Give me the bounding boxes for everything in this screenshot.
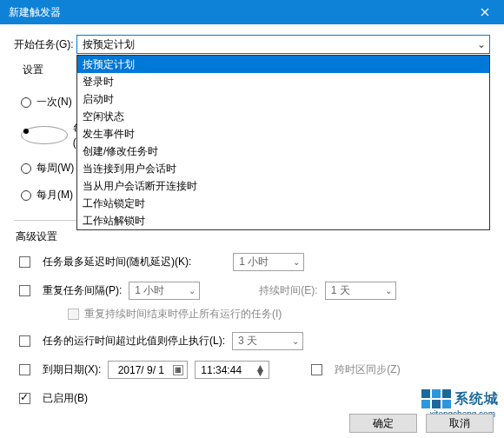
- expire-date-field[interactable]: 2017/ 9/ 1 ▦: [108, 361, 188, 379]
- chevron-down-icon: ⌄: [189, 286, 196, 295]
- expire-time-value: 11:34:44: [201, 364, 242, 376]
- duration-label: 持续时间(E):: [259, 283, 317, 298]
- repeat-value: 1 小时: [135, 283, 164, 298]
- dropdown-item[interactable]: 按预定计划: [77, 56, 489, 73]
- duration-value: 1 天: [331, 283, 350, 298]
- close-icon: [481, 8, 489, 17]
- expire-label: 到期日期(X):: [43, 362, 101, 377]
- repeat-stop-checkbox: [68, 309, 79, 320]
- dropdown-item[interactable]: 工作站解锁时: [77, 212, 489, 229]
- stop-checkbox[interactable]: [19, 335, 30, 347]
- delay-checkbox[interactable]: [19, 256, 30, 268]
- delay-value: 1 小时: [239, 255, 269, 269]
- duration-select[interactable]: 1 天 ⌄: [325, 282, 396, 300]
- titlebar: 新建触发器: [0, 0, 504, 24]
- begin-task-combo[interactable]: 按预定计划 ⌄ 按预定计划 登录时 启动时 空闲状态 发生事件时 创建/修改任务…: [76, 35, 490, 54]
- dropdown-item[interactable]: 当从用户会话断开连接时: [77, 177, 489, 195]
- enabled-label: 已启用(B): [43, 391, 88, 406]
- radio-icon: [21, 163, 31, 174]
- radio-label: 每周(W): [36, 161, 74, 176]
- spinner-icon[interactable]: ▲▼: [255, 365, 267, 375]
- enabled-checkbox[interactable]: [19, 393, 30, 404]
- repeat-stop-label: 重复持续时间结束时停止所有运行的任务(I): [84, 307, 282, 322]
- chevron-down-icon: ⌄: [292, 336, 299, 346]
- chevron-down-icon: ⌄: [293, 257, 300, 267]
- begin-task-dropdown: 按预定计划 登录时 启动时 空闲状态 发生事件时 创建/修改任务时 当连接到用户…: [76, 55, 490, 230]
- dropdown-item[interactable]: 创建/修改任务时: [77, 143, 489, 160]
- dropdown-item[interactable]: 发生事件时: [77, 125, 489, 143]
- radio-label: 一次(N): [36, 95, 72, 110]
- repeat-checkbox[interactable]: [19, 285, 30, 296]
- begin-task-label: 开始任务(G):: [14, 37, 76, 52]
- advanced-title: 高级设置: [16, 229, 490, 244]
- delay-label: 任务最多延迟时间(随机延迟)(K):: [43, 255, 191, 269]
- expire-checkbox[interactable]: [19, 364, 30, 375]
- dropdown-item[interactable]: 登录时: [77, 73, 489, 90]
- chevron-down-icon: ⌄: [477, 38, 486, 50]
- stop-select[interactable]: 3 天 ⌄: [232, 332, 303, 350]
- delay-select[interactable]: 1 小时 ⌄: [233, 253, 304, 271]
- dropdown-item[interactable]: 当连接到用户会话时: [77, 160, 489, 177]
- expire-date-value: 2017/ 9/ 1: [112, 364, 169, 376]
- cancel-button[interactable]: 取消: [426, 414, 494, 433]
- dropdown-item[interactable]: 空闲状态: [77, 108, 489, 125]
- radio-icon: [21, 97, 31, 108]
- stop-value: 3 天: [238, 334, 257, 348]
- expire-tz-label: 跨时区同步(Z): [335, 362, 400, 377]
- stop-label: 任务的运行时间超过此值则停止执行(L):: [43, 334, 225, 348]
- expire-tz-checkbox[interactable]: [311, 364, 322, 375]
- expire-time-field[interactable]: 11:34:44 ▲▼: [195, 361, 269, 379]
- repeat-select[interactable]: 1 小时 ⌄: [129, 282, 200, 300]
- repeat-label: 重复任务间隔(P):: [43, 283, 122, 298]
- begin-task-value: 按预定计划: [83, 37, 135, 52]
- dropdown-item[interactable]: 启动时: [77, 90, 489, 108]
- dropdown-item[interactable]: 工作站锁定时: [77, 195, 489, 212]
- calendar-icon: ▦: [173, 365, 183, 375]
- radio-icon: [21, 126, 68, 144]
- chevron-down-icon: ⌄: [385, 286, 392, 295]
- window-title: 新建触发器: [9, 5, 61, 20]
- close-button[interactable]: [465, 0, 504, 24]
- radio-label: 每月(M): [36, 188, 73, 202]
- radio-icon: [21, 190, 31, 201]
- ok-button[interactable]: 确定: [349, 414, 417, 433]
